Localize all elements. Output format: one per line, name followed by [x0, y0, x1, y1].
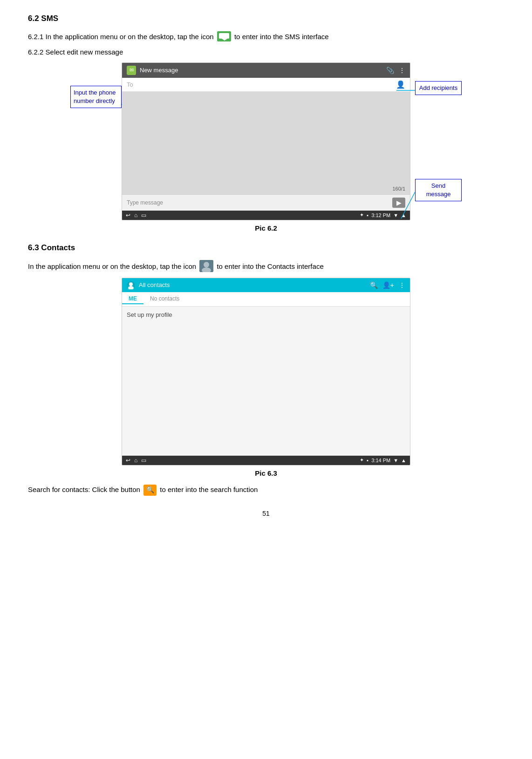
- statusbar-time: 3:12 PM: [371, 212, 390, 218]
- sms-app-icon: [217, 31, 231, 41]
- caption-63: Pic 6.3: [28, 469, 504, 477]
- contacts-home-icon[interactable]: ⌂: [134, 457, 137, 464]
- svg-point-7: [204, 262, 209, 267]
- section-contacts-title: 6.3 Contacts: [28, 243, 504, 253]
- sms-titlebar-actions: 📎 ⋮: [386, 67, 405, 74]
- more-icon: ⋮: [399, 67, 405, 74]
- svg-point-10: [129, 282, 133, 286]
- sms-counter: 160/1: [392, 186, 405, 191]
- sms-to-bar: To 👤: [122, 78, 410, 92]
- sms-screenshot: ✉ New message 📎 ⋮ To 👤 160/1 Type mes: [122, 62, 410, 220]
- contacts-titlebar: All contacts 🔍 👤+ ⋮: [122, 278, 410, 292]
- to-label: To: [127, 81, 133, 88]
- sms-titlebar: ✉ New message 📎 ⋮: [122, 63, 410, 78]
- page-number: 51: [28, 510, 504, 517]
- contacts-sim-icon: ▪: [367, 458, 368, 463]
- status-right: ✦ ▪ 3:12 PM ▼ ▲: [360, 212, 406, 218]
- home-nav-icon[interactable]: ⌂: [134, 212, 137, 219]
- contacts-tabs: ME No contacts: [122, 292, 410, 307]
- profile-label[interactable]: Set up my profile: [127, 311, 405, 318]
- send-button[interactable]: ▶: [392, 198, 405, 208]
- contacts-wifi-icon: ✦: [360, 457, 364, 463]
- recent-nav-icon[interactable]: ▭: [141, 212, 146, 219]
- sms-intro: 6.2.1 In the application menu or on the …: [28, 32, 504, 42]
- contacts-statusbar: ↩ ⌂ ▭ ✦ ▪ 3:14 PM ▼ ▲: [122, 456, 410, 465]
- person-icon[interactable]: 👤: [396, 80, 405, 89]
- attach-icon: 📎: [386, 67, 394, 74]
- contacts-title-left: All contacts: [127, 281, 170, 289]
- search-button-icon[interactable]: 🔍: [143, 485, 157, 496]
- annot-send-message: Send message: [415, 179, 462, 201]
- contacts-title-text: All contacts: [139, 281, 170, 288]
- sms-22-label: 6.2.2 Select edit new message: [28, 47, 504, 58]
- sms-titlebar-left: ✉ New message: [127, 66, 178, 75]
- search-label: Search for contacts: Click the button 🔍 …: [28, 485, 504, 496]
- sms-statusbar: ↩ ⌂ ▭ ✦ ▪ 3:12 PM ▼ ▲: [122, 211, 410, 220]
- signal-icon: ▼: [393, 212, 398, 218]
- contacts-signal-bar: ▲: [401, 458, 406, 463]
- tab-no-contacts[interactable]: No contacts: [143, 294, 186, 304]
- contacts-add-icon[interactable]: 👤+: [382, 281, 394, 289]
- sms-body: 160/1: [122, 92, 410, 194]
- contacts-status-right: ✦ ▪ 3:14 PM ▼ ▲: [360, 457, 406, 463]
- annot-input-phone: Input the phone number directly: [70, 86, 122, 108]
- signal-bar-icon: ▲: [401, 212, 406, 218]
- sms-nav-buttons: ↩ ⌂ ▭: [126, 212, 146, 219]
- contacts-title-icon: [127, 281, 135, 289]
- sms-type-bar: Type message ▶: [122, 194, 410, 211]
- section-sms-title: 6.2 SMS: [28, 14, 504, 23]
- svg-rect-1: [219, 33, 229, 39]
- sms-msg-icon: ✉: [127, 66, 136, 75]
- contacts-app-icon: [199, 260, 213, 272]
- contacts-screenshot: All contacts 🔍 👤+ ⋮ ME No contacts Set u…: [122, 278, 410, 465]
- contacts-search-icon[interactable]: 🔍: [370, 281, 378, 289]
- wifi-icon: ✦: [360, 212, 364, 218]
- contacts-screenshot-wrapper: All contacts 🔍 👤+ ⋮ ME No contacts Set u…: [117, 278, 415, 465]
- caption-62: Pic 6.2: [28, 224, 504, 232]
- contacts-statusbar-time: 3:14 PM: [371, 458, 390, 463]
- contacts-intro: In the application menu or on the deskto…: [28, 261, 504, 273]
- contacts-signal-icon: ▼: [393, 458, 398, 463]
- sms-titlebar-text: New message: [140, 67, 178, 74]
- tab-me[interactable]: ME: [122, 294, 143, 304]
- contacts-nav-buttons: ↩ ⌂ ▭: [126, 457, 146, 464]
- contacts-body: Set up my profile: [122, 307, 410, 456]
- contacts-recent-icon[interactable]: ▭: [141, 457, 146, 464]
- sms-screenshot-wrapper: Input the phone number directly Add reci…: [70, 62, 462, 220]
- contacts-title-actions: 🔍 👤+ ⋮: [370, 281, 405, 289]
- annot-add-recipients: Add recipients: [415, 81, 462, 95]
- sim-icon: ▪: [367, 212, 368, 218]
- type-message-placeholder[interactable]: Type message: [127, 199, 163, 206]
- contacts-back-icon[interactable]: ↩: [126, 457, 130, 464]
- contacts-more-icon[interactable]: ⋮: [399, 281, 405, 289]
- back-nav-icon[interactable]: ↩: [126, 212, 130, 219]
